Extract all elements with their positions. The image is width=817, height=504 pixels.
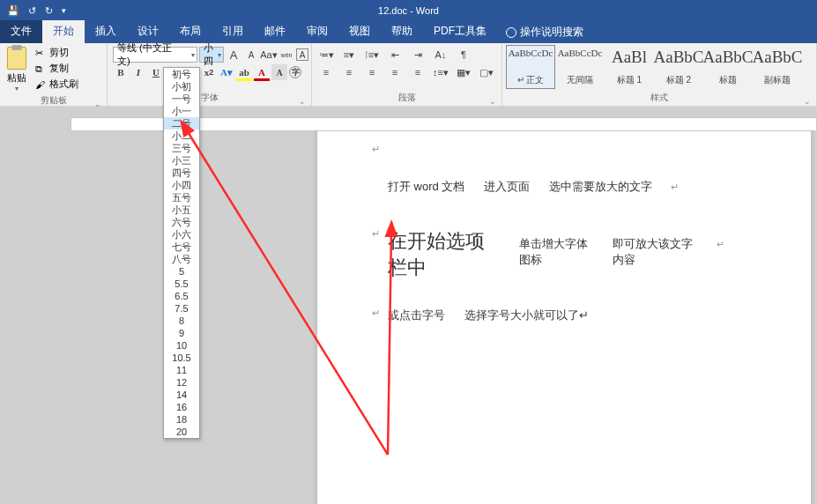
change-case-button[interactable]: Aa▾ <box>261 47 277 63</box>
font-size-option[interactable]: 小六 <box>164 228 199 241</box>
font-size-option[interactable]: 三号 <box>164 142 199 154</box>
style-preview: AaBbCcDc <box>509 48 553 58</box>
font-size-option[interactable]: 7.5 <box>164 302 199 315</box>
ribbon-tabs: 文件 开始 插入 设计 布局 引用 邮件 审阅 视图 帮助 PDF工具集 操作说… <box>0 21 817 43</box>
font-size-option[interactable]: 5.5 <box>164 278 199 290</box>
font-size-dropdown[interactable]: 初号小初一号小一二号小二三号小三四号小四五号小五六号小六七号八号55.56.57… <box>163 67 200 439</box>
undo-icon[interactable]: ↺ <box>28 5 36 17</box>
style-item-4[interactable]: AaBbC标题 <box>703 45 753 89</box>
tab-layout[interactable]: 布局 <box>169 20 212 43</box>
tab-mailings[interactable]: 邮件 <box>254 20 296 43</box>
font-size-option[interactable]: 六号 <box>164 216 199 228</box>
font-size-option[interactable]: 小五 <box>164 204 199 216</box>
document-page[interactable]: ↵ 打开 word 文档 进入页面 选中需要放大的文字 ↵ ↵ 在开始选项栏中 … <box>317 131 811 504</box>
font-size-option[interactable]: 小四 <box>164 179 199 191</box>
align-right-button[interactable]: ≡ <box>363 64 381 80</box>
numbering-button[interactable]: ≡▾ <box>340 47 358 63</box>
font-size-option[interactable]: 小初 <box>164 80 199 93</box>
bullets-button[interactable]: ≔▾ <box>317 47 335 63</box>
tab-insert[interactable]: 插入 <box>85 20 127 43</box>
style-item-1[interactable]: AaBbCcDc无间隔 <box>555 45 605 89</box>
distribute-button[interactable]: ≡ <box>409 64 427 80</box>
tab-pdf[interactable]: PDF工具集 <box>423 20 497 43</box>
font-size-option[interactable]: 初号 <box>164 68 199 80</box>
redo-icon[interactable]: ↻ <box>45 5 53 17</box>
increase-indent-button[interactable]: ⇥ <box>409 47 427 63</box>
font-size-option[interactable]: 一号 <box>164 93 199 105</box>
font-size-option[interactable]: 八号 <box>164 253 199 265</box>
font-size-combo[interactable]: 小四 <box>199 47 224 63</box>
cut-button[interactable]: ✂剪切 <box>32 45 82 60</box>
shrink-font-button[interactable]: A <box>243 47 259 63</box>
style-item-2[interactable]: AaBl标题 1 <box>605 45 654 89</box>
style-name: 标题 2 <box>666 74 691 86</box>
borders-button[interactable]: ▢▾ <box>478 64 495 80</box>
font-size-option[interactable]: 七号 <box>164 241 199 253</box>
copy-icon: ⧉ <box>35 63 46 74</box>
paragraph-mark-icon: ↵ <box>717 239 724 250</box>
multilevel-button[interactable]: ⁝≡▾ <box>363 47 381 63</box>
qat-more-icon[interactable]: ▾ <box>62 5 66 17</box>
font-size-option[interactable]: 小一 <box>164 105 199 117</box>
doc-text: 单击增大字体图标 <box>519 236 597 268</box>
paste-button[interactable]: 粘贴 ▾ <box>4 45 30 94</box>
char-border-button[interactable]: A <box>296 48 308 61</box>
font-size-option[interactable]: 四号 <box>164 167 199 179</box>
font-size-option[interactable]: 14 <box>164 389 199 401</box>
tab-references[interactable]: 引用 <box>212 20 254 43</box>
font-size-option[interactable]: 16 <box>164 401 199 413</box>
font-color-button[interactable]: A <box>254 64 270 80</box>
format-painter-button[interactable]: 🖌格式刷 <box>32 77 82 92</box>
style-preview: AaBbC <box>654 48 704 67</box>
style-preview: AaBbCcDc <box>558 48 603 58</box>
enclose-char-button[interactable]: 字 <box>289 66 301 78</box>
tab-help[interactable]: 帮助 <box>381 20 423 43</box>
copy-button[interactable]: ⧉复制 <box>32 61 82 76</box>
line-spacing-button[interactable]: ↕≡▾ <box>432 64 449 80</box>
font-size-option[interactable]: 6.5 <box>164 290 199 302</box>
highlight-button[interactable]: ab <box>236 64 252 80</box>
decrease-indent-button[interactable]: ⇤ <box>386 47 404 63</box>
style-item-0[interactable]: AaBbCcDc↵ 正文 <box>506 45 555 89</box>
style-name: 副标题 <box>764 74 791 86</box>
justify-button[interactable]: ≡ <box>386 64 404 80</box>
tab-design[interactable]: 设计 <box>127 20 169 43</box>
tab-review[interactable]: 审阅 <box>296 20 338 43</box>
style-item-3[interactable]: AaBbC标题 2 <box>654 45 703 89</box>
text-effects-button[interactable]: A▾ <box>219 64 234 80</box>
style-name: ↵ 正文 <box>517 74 545 86</box>
font-size-option[interactable]: 5 <box>164 265 199 278</box>
font-size-option[interactable]: 9 <box>164 327 199 339</box>
style-item-5[interactable]: AaBbC副标题 <box>753 45 802 89</box>
show-marks-button[interactable]: ¶ <box>455 47 472 63</box>
font-size-value: 小四 <box>204 41 213 68</box>
doc-text: 即可放大该文字内容 <box>613 236 701 268</box>
group-styles: AaBbCcDc↵ 正文AaBbCcDc无间隔AaBl标题 1AaBbC标题 2… <box>502 43 817 106</box>
char-shading-button[interactable]: A <box>271 64 287 80</box>
font-size-option[interactable]: 二号 <box>164 117 199 130</box>
font-size-option[interactable]: 20 <box>164 426 199 438</box>
font-size-option[interactable]: 8 <box>164 315 199 327</box>
font-size-option[interactable]: 12 <box>164 376 199 389</box>
tab-view[interactable]: 视图 <box>338 20 381 43</box>
font-size-option[interactable]: 小三 <box>164 154 199 167</box>
grow-font-button[interactable]: A <box>226 47 241 63</box>
font-name-combo[interactable]: 等线 (中文正文) <box>113 47 197 63</box>
font-size-option[interactable]: 11 <box>164 364 199 376</box>
font-size-option[interactable]: 18 <box>164 413 199 426</box>
font-size-option[interactable]: 五号 <box>164 191 199 204</box>
shading-button[interactable]: ▦▾ <box>455 64 472 80</box>
phonetic-guide-button[interactable]: wén <box>279 47 294 63</box>
save-icon[interactable]: 💾 <box>7 5 19 17</box>
sort-button[interactable]: A↓ <box>432 47 449 63</box>
font-size-option[interactable]: 小二 <box>164 130 199 142</box>
tell-me-search[interactable]: 操作说明搜索 <box>497 21 592 43</box>
align-center-button[interactable]: ≡ <box>340 64 358 80</box>
font-size-option[interactable]: 10.5 <box>164 352 199 364</box>
align-left-button[interactable]: ≡ <box>317 64 335 80</box>
tab-home[interactable]: 开始 <box>42 20 85 43</box>
style-preview: AaBbC <box>753 48 803 67</box>
font-size-option[interactable]: 10 <box>164 339 199 352</box>
paste-icon <box>7 47 26 70</box>
tab-file[interactable]: 文件 <box>0 20 42 43</box>
